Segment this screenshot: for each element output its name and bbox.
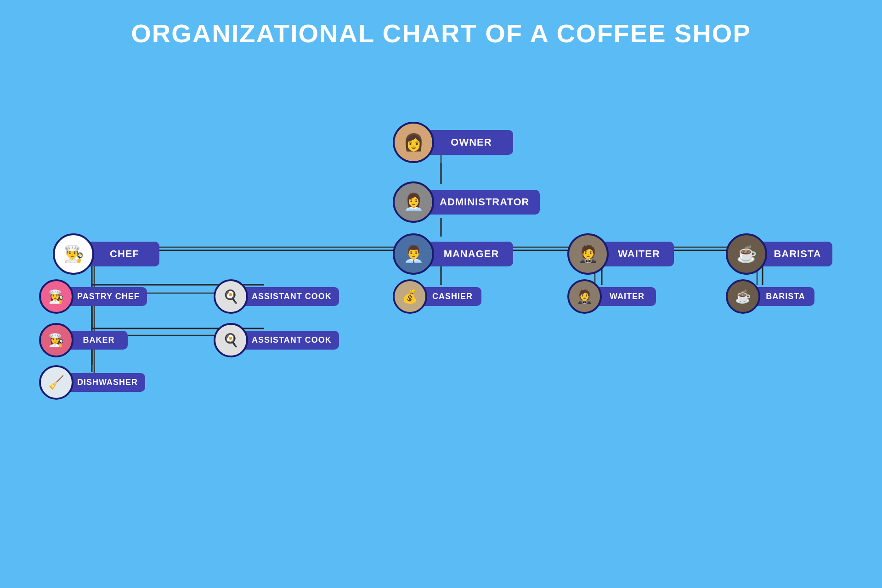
page-title: ORGANIZATIONAL CHART OF A COFFEE SHOP [0,18,882,48]
asst-cook1-avatar: 🍳 [214,279,248,314]
waiter-top-node: 🤵 WAITER [567,233,674,275]
dishwasher-avatar: 🧹 [39,365,74,400]
asst-cook2-label: ASSISTANT COOK [233,331,339,350]
baker-node: 👩‍🍳 BAKER [39,323,128,357]
asst-cook2-avatar: 🍳 [214,323,248,357]
asst-cook1-node: 🍳 ASSISTANT COOK [214,279,339,314]
manager-avatar: 👨‍💼 [393,233,434,275]
baker-avatar: 👩‍🍳 [39,323,74,357]
chef-avatar: 👨‍🍳 [53,233,94,275]
owner-avatar: 👩 [393,122,434,163]
administrator-node: 👩‍💼 ADMINISTRATOR [393,181,540,223]
administrator-label: ADMINISTRATOR [417,190,540,215]
barista2-node: ☕ BARISTA [726,279,814,314]
page: ORGANIZATIONAL CHART OF A COFFEE SHOP [0,0,882,588]
waiter-top-avatar: 🤵 [567,233,609,275]
administrator-avatar: 👩‍💼 [393,181,434,223]
barista-top-node: ☕ BARISTA [726,233,832,275]
cashier-node: 💰 CASHIER [393,279,481,314]
dishwasher-node: 🧹 DISHWASHER [39,365,145,400]
org-chart: 👩 OWNER 👩‍💼 ADMINISTRATOR 👨‍🍳 CHEF 👨‍💼 M… [0,67,882,443]
pastry-chef-avatar: 👩‍🍳 [39,279,74,314]
owner-node: 👩 OWNER [393,122,513,163]
chef-node: 👨‍🍳 CHEF [53,233,159,275]
asst-cook1-label: ASSISTANT COOK [233,287,339,306]
pastry-chef-node: 👩‍🍳 PASTRY CHEF [39,279,147,314]
barista-top-avatar: ☕ [726,233,767,275]
waiter2-node: 🤵 WAITER [567,279,656,314]
manager-node: 👨‍💼 MANAGER [393,233,513,275]
cashier-avatar: 💰 [393,279,427,314]
barista2-avatar: ☕ [726,279,760,314]
asst-cook2-node: 🍳 ASSISTANT COOK [214,323,339,357]
waiter2-avatar: 🤵 [567,279,602,314]
